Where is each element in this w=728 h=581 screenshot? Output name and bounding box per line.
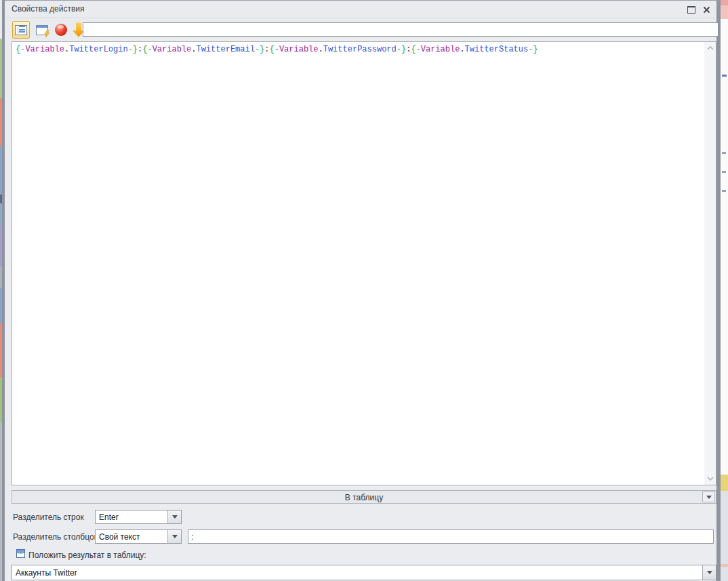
code-token: -} bbox=[128, 45, 138, 54]
record-button[interactable] bbox=[52, 21, 70, 39]
bg-fragment bbox=[722, 152, 726, 154]
code-token: {- bbox=[270, 45, 279, 54]
code-token: {- bbox=[142, 45, 152, 54]
code-token: TwitterPassword bbox=[323, 45, 397, 54]
column-separator-label: Разделитель столбцов bbox=[13, 532, 98, 542]
chevron-down-icon bbox=[172, 515, 178, 519]
column-separator-select[interactable]: Свой текст bbox=[95, 529, 182, 544]
target-table-select[interactable]: Аккаунты Twitter bbox=[12, 565, 716, 580]
dialog-title: Свойства действия bbox=[12, 4, 84, 14]
maximize-button[interactable] bbox=[685, 3, 697, 16]
code-token: . bbox=[460, 45, 464, 54]
chevron-down-icon bbox=[707, 571, 712, 574]
screen: Свойства действия bbox=[0, 0, 728, 581]
window-action-button[interactable] bbox=[33, 21, 51, 39]
row-separator-dropdown-button[interactable] bbox=[167, 510, 181, 523]
action-properties-dialog: Свойства действия bbox=[2, 0, 721, 581]
column-separator-value: Свой текст bbox=[99, 532, 140, 542]
bg-segment bbox=[721, 19, 728, 475]
code-token: Variable bbox=[25, 45, 64, 54]
list-view-icon bbox=[15, 25, 27, 35]
to-table-dropdown-button[interactable] bbox=[702, 492, 715, 502]
bg-segment bbox=[721, 0, 728, 5]
custom-separator-input[interactable] bbox=[188, 529, 714, 544]
close-button[interactable] bbox=[700, 3, 712, 16]
maximize-icon bbox=[687, 6, 695, 14]
code-token: Variable bbox=[421, 45, 460, 54]
code-line: {-Variable.TwitterLogin-}:{-Variable.Twi… bbox=[16, 45, 701, 54]
row-separator-row: Разделитель строк Enter bbox=[5, 510, 716, 524]
row-separator-label: Разделитель строк bbox=[13, 513, 84, 522]
background-right-strip bbox=[721, 0, 728, 581]
editor-scrollbar[interactable] bbox=[704, 42, 716, 485]
code-token: TwitterLogin bbox=[69, 45, 127, 54]
bg-fragment bbox=[722, 190, 726, 192]
to-table-selector[interactable]: В таблицу bbox=[12, 490, 716, 504]
column-separator-dropdown-button[interactable] bbox=[167, 530, 181, 543]
bg-segment bbox=[721, 491, 728, 564]
record-icon bbox=[55, 24, 67, 36]
table-icon[interactable] bbox=[16, 549, 25, 558]
code-token: -} bbox=[397, 45, 406, 54]
bg-fragment bbox=[722, 75, 727, 77]
row-separator-value: Enter bbox=[99, 513, 119, 522]
target-table-value: Аккаунты Twitter bbox=[16, 568, 77, 578]
chevron-up-icon bbox=[707, 46, 714, 50]
lightning-icon bbox=[44, 30, 50, 37]
bg-fragment bbox=[722, 171, 726, 173]
code-editor[interactable]: {-Variable.TwitterLogin-}:{-Variable.Twi… bbox=[12, 41, 716, 485]
code-token: Variable bbox=[153, 45, 192, 54]
chevron-down-icon bbox=[172, 535, 178, 538]
code-token: Variable bbox=[279, 45, 319, 54]
dialog-titlebar[interactable]: Свойства действия bbox=[5, 1, 716, 18]
code-token: -} bbox=[528, 45, 538, 54]
column-separator-row: Разделитель столбцов Свой текст bbox=[5, 529, 716, 544]
target-table-dropdown-button[interactable] bbox=[702, 565, 716, 580]
put-result-label: Положить результат в таблицу: bbox=[28, 550, 146, 560]
bg-segment bbox=[721, 475, 728, 491]
code-token: {- bbox=[16, 45, 25, 54]
bg-segment bbox=[721, 5, 728, 19]
code-token: TwitterStatus bbox=[465, 45, 529, 54]
code-token: TwitterEmail bbox=[196, 45, 254, 54]
scroll-down-button[interactable] bbox=[704, 473, 716, 484]
code-token: {- bbox=[411, 45, 420, 54]
toolbar bbox=[5, 18, 716, 39]
toolbar-input[interactable] bbox=[83, 22, 719, 37]
chevron-down-icon bbox=[707, 477, 714, 481]
to-table-label: В таблицу bbox=[12, 493, 716, 502]
scroll-up-button[interactable] bbox=[704, 43, 716, 54]
window-action-icon bbox=[36, 25, 48, 35]
close-icon bbox=[703, 6, 710, 14]
put-result-row: Положить результат в таблицу: bbox=[5, 548, 716, 562]
chevron-down-icon bbox=[706, 496, 712, 499]
list-view-button[interactable] bbox=[12, 21, 30, 39]
bg-segment bbox=[721, 567, 728, 581]
code-token: : bbox=[264, 45, 269, 54]
code-token: -} bbox=[255, 45, 264, 54]
row-separator-select[interactable]: Enter bbox=[95, 510, 182, 524]
code-token: . bbox=[319, 45, 323, 54]
